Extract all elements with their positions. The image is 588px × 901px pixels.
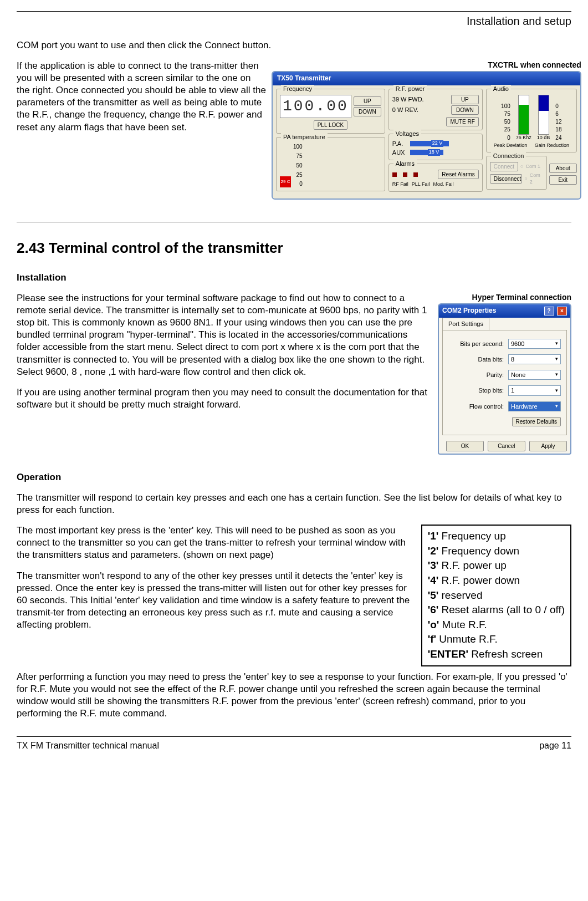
group-voltages: Voltages P.A. 22 V AUX 18 V — [388, 134, 483, 161]
parity-select[interactable]: None▾ — [508, 370, 561, 380]
section-heading: 2.43 Terminal control of the transmitter — [17, 239, 571, 258]
tab-port-settings[interactable]: Port Settings — [442, 318, 489, 329]
intro-line: COM port you want to use and then click … — [17, 39, 571, 52]
scale-tick: 50 — [501, 118, 510, 125]
group-frequency: Frequency 100.00 UP DOWN PLL LOCK — [276, 89, 385, 134]
mute-rf-button[interactable]: MUTE RF — [446, 117, 478, 126]
restore-defaults-button[interactable]: Restore Defaults — [512, 417, 561, 426]
footer-right: page 11 — [539, 740, 571, 752]
caption-hyperterminal: Hyper Terminal connection — [438, 292, 571, 302]
databits-label: Data bits: — [448, 355, 508, 363]
led-icon — [392, 172, 397, 177]
pa-temp-label: PA temperature — [281, 133, 328, 141]
stopbits-label: Stop bits: — [448, 386, 508, 394]
flowcontrol-label: Flow control: — [448, 403, 508, 410]
install-p2: If you are using another terminal progra… — [17, 386, 432, 411]
tx50-window: TX50 Transmitter Frequency 100.00 UP DOW… — [272, 71, 581, 200]
header-section: Installation and setup — [17, 14, 571, 28]
voltages-label: Voltages — [393, 130, 421, 138]
tx50-titlebar: TX50 Transmitter — [273, 72, 580, 85]
group-alarms: Alarms Reset Alarms RF Fail PLL Fail — [388, 164, 483, 192]
disconnect-button[interactable]: Disconnect — [490, 174, 523, 184]
bps-select[interactable]: 9600▾ — [508, 339, 561, 349]
key-1: '1' — [428, 530, 439, 542]
com2-dialog: COM2 Properties ? × Port Settings Bits p… — [438, 303, 571, 455]
key-5: '5' — [428, 589, 439, 601]
dialog-title: COM2 Properties — [442, 307, 496, 315]
key-5-desc: reserved — [438, 589, 482, 601]
footer-left: TX FM Transmitter technical manual — [17, 740, 159, 752]
peak-deviation-bar — [518, 95, 529, 135]
key-6-desc: Reset alarms (all to 0 / off) — [438, 604, 565, 615]
scale-tick: 6 — [555, 110, 561, 118]
scale-tick: 12 — [555, 118, 561, 125]
scale-tick: 24 — [555, 134, 561, 141]
freq-up-button[interactable]: UP — [354, 96, 381, 106]
connect-button[interactable]: Connect — [490, 162, 518, 171]
group-pa-temp: PA temperature 29 C 100 75 50 25 0 — [276, 137, 385, 191]
scale-tick: 25 — [501, 126, 510, 133]
scale-tick: 18 — [555, 126, 561, 133]
bps-label: Bits per second: — [448, 340, 508, 348]
scale-tick: 0 — [293, 180, 303, 187]
com1-radio[interactable]: Com 1 — [526, 164, 541, 170]
key-6: '6' — [428, 604, 439, 615]
rf-power-label: R.F. power — [393, 85, 427, 93]
installation-heading: Installation — [17, 272, 571, 284]
flowcontrol-select[interactable]: Hardware▾ — [508, 401, 561, 411]
freq-down-button[interactable]: DOWN — [354, 107, 381, 116]
stopbits-select[interactable]: 1▾ — [508, 385, 561, 395]
gain-red-label: Gain Reduction — [535, 142, 569, 149]
rf-up-button[interactable]: UP — [451, 95, 479, 104]
op-p4: After performing a function you may need… — [17, 671, 571, 720]
peak-dev-label: Peak Deviation — [494, 142, 528, 149]
databits-select[interactable]: 8▾ — [508, 354, 561, 364]
cancel-button[interactable]: Cancel — [488, 441, 525, 451]
key-4-desc: R.F. power down — [438, 574, 520, 586]
frequency-display: 100.00 — [280, 95, 351, 118]
apply-button[interactable]: Apply — [529, 441, 567, 451]
key-reference-box: '1' Frequency up '2' Frequency down '3' … — [421, 525, 571, 666]
volt-aux-value: 18 V — [428, 149, 441, 156]
led-icon — [413, 172, 418, 177]
key-3: '3' — [428, 559, 439, 571]
gain-reduction-bar — [538, 95, 549, 135]
operation-heading: Operation — [17, 471, 571, 483]
op-p3: The transmitter won't respond to any of … — [17, 570, 416, 631]
rf-rev-value: 0 W REV. — [392, 106, 418, 114]
volt-pa-label: P.A. — [392, 140, 408, 147]
key-3-desc: R.F. power up — [438, 559, 507, 571]
frequency-label: Frequency — [281, 85, 314, 93]
audio-label: Audio — [491, 85, 511, 93]
scale-tick: 25 — [293, 171, 303, 179]
key-o-desc: Mute R.F. — [439, 619, 487, 630]
help-icon[interactable]: ? — [544, 307, 554, 315]
install-p1: Please see the instructions for your ter… — [17, 292, 432, 378]
exit-button[interactable]: Exit — [549, 175, 577, 185]
connection-label: Connection — [491, 152, 526, 160]
group-rf-power: R.F. power 39 W FWD. UP 0 W REV. DOWN MU… — [388, 89, 483, 130]
op-p1: The transmitter will respond to certain … — [17, 492, 571, 516]
about-button[interactable]: About — [549, 164, 577, 173]
scale-tick: 100 — [501, 103, 510, 110]
com2-radio[interactable]: Com 2 — [530, 172, 543, 185]
close-icon[interactable]: × — [557, 307, 567, 315]
reset-alarms-button[interactable]: Reset Alarms — [438, 170, 478, 179]
op-p2: The most important key press is the 'ent… — [17, 525, 416, 561]
key-f: 'f' — [428, 633, 436, 645]
gain-red-value: 10 dB — [537, 135, 550, 141]
ok-button[interactable]: OK — [446, 441, 484, 451]
key-enter: 'ENTER' — [428, 648, 468, 660]
key-1-desc: Frequency up — [438, 530, 505, 542]
group-audio: Audio 100 75 50 25 0 76 Khz — [486, 89, 577, 152]
scale-tick: 0 — [501, 134, 510, 141]
key-4: '4' — [428, 574, 439, 586]
group-connection: Connection Connect ○ Com 1 Disconnect ○ … — [486, 156, 547, 189]
alarm-rf-label: RF Fail — [392, 181, 408, 188]
parity-label: Parity: — [448, 371, 508, 379]
peak-dev-value: 76 Khz — [516, 135, 531, 141]
alarm-mod-label: Mod. Fail — [433, 181, 454, 188]
rf-down-button[interactable]: DOWN — [451, 105, 479, 115]
caption-txctrl: TXCTRL when connected — [272, 60, 581, 70]
key-2: '2' — [428, 545, 439, 557]
